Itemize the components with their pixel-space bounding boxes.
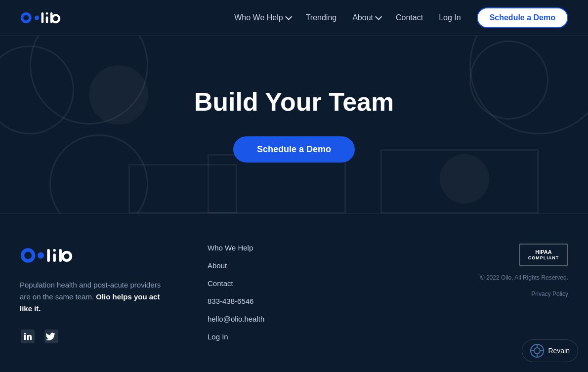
nav-link-about[interactable]: About [352,13,380,22]
svg-point-9 [24,252,32,259]
footer-link-email[interactable]: hello@olio.health [208,315,264,323]
footer-link-contact[interactable]: Contact [208,279,233,288]
footer-nav: Who We Help About Contact 833-438-6546 h… [208,244,287,341]
hero-background-shapes [0,36,588,213]
decorative-circle-1 [0,45,74,134]
footer-link-about[interactable]: About [208,261,227,270]
nav-item-log-in[interactable]: Log In [439,13,461,22]
hipaa-badge: HIPAA COMPLIANT [519,244,568,266]
svg-rect-5 [46,16,48,23]
hero-cta-button[interactable]: Schedule a Demo [233,136,355,163]
svg-rect-12 [53,249,56,252]
nav-item-about[interactable]: About [352,13,380,22]
nav-item-contact[interactable]: Contact [396,13,423,22]
decorative-circle-2 [30,36,148,124]
footer-nav-item-email[interactable]: hello@olio.health [208,315,287,324]
footer: Population health and post-acute provide… [0,213,588,364]
linkedin-icon[interactable] [20,329,36,344]
svg-rect-14 [59,249,62,262]
svg-rect-4 [46,12,48,15]
svg-point-10 [38,252,44,259]
nav-link-trending[interactable]: Trending [306,13,337,22]
footer-tagline: Population health and post-acute provide… [20,279,168,315]
revain-widget[interactable]: Revain [522,339,578,362]
svg-rect-11 [47,249,50,262]
svg-point-1 [23,15,29,20]
svg-rect-3 [42,12,44,23]
svg-point-15 [63,252,71,261]
footer-link-phone[interactable]: 833-438-6546 [208,297,253,305]
nav-link-contact[interactable]: Contact [396,13,423,22]
footer-privacy-policy[interactable]: Privacy Policy [531,289,568,298]
svg-point-21 [534,348,540,354]
footer-link-log-in[interactable]: Log In [208,332,228,341]
footer-left: Population health and post-acute provide… [20,244,178,344]
privacy-policy-link[interactable]: Privacy Policy [531,290,568,297]
footer-right: HIPAA COMPLIANT © 2022 Olio, All Rights … [316,244,568,298]
footer-nav-list: Who We Help About Contact 833-438-6546 h… [208,244,287,341]
nav-links: Who We Help Trending About Contact Log I… [234,7,568,28]
hero-title: Build Your Team [194,87,394,117]
revain-label: Revain [548,347,570,355]
svg-point-2 [35,15,39,20]
decorative-circle-6 [469,36,588,134]
svg-point-18 [24,333,26,335]
decorative-circle-3 [89,65,148,124]
decorative-circle-4 [49,134,148,213]
footer-nav-item-about[interactable]: About [208,261,287,270]
footer-inner: Population health and post-acute provide… [20,244,568,344]
navigation: Who We Help Trending About Contact Log I… [0,0,588,36]
revain-icon [530,344,544,358]
twitter-icon[interactable] [43,329,59,344]
logo[interactable] [20,8,69,28]
decorative-rect-3 [380,149,539,213]
chevron-down-icon [375,13,382,20]
svg-rect-17 [24,335,26,340]
nav-link-log-in[interactable]: Log In [439,13,461,22]
nav-cta-item[interactable]: Schedule a Demo [477,7,568,28]
social-icons [20,329,178,344]
svg-point-7 [52,15,59,22]
nav-cta-button[interactable]: Schedule a Demo [477,7,568,28]
nav-link-who-we-help[interactable]: Who We Help [234,13,290,22]
footer-copyright: © 2022 Olio, All Rights Reserved. [480,274,568,281]
footer-link-who-we-help[interactable]: Who We Help [208,244,253,252]
decorative-rect-2 [208,154,346,213]
nav-item-trending[interactable]: Trending [306,13,337,22]
footer-nav-item-contact[interactable]: Contact [208,279,287,288]
nav-item-who-we-help[interactable]: Who We Help [234,13,290,22]
decorative-rect-1 [128,164,237,213]
footer-nav-item-log-in[interactable]: Log In [208,332,287,341]
chevron-down-icon [285,13,292,20]
hero-section: Build Your Team Schedule a Demo [0,36,588,213]
footer-logo[interactable] [20,244,178,269]
svg-rect-13 [53,253,56,262]
footer-nav-item-who-we-help[interactable]: Who We Help [208,244,287,252]
decorative-circle-7 [440,154,489,204]
footer-nav-item-phone[interactable]: 833-438-6546 [208,297,287,306]
decorative-circle-5 [469,41,548,120]
